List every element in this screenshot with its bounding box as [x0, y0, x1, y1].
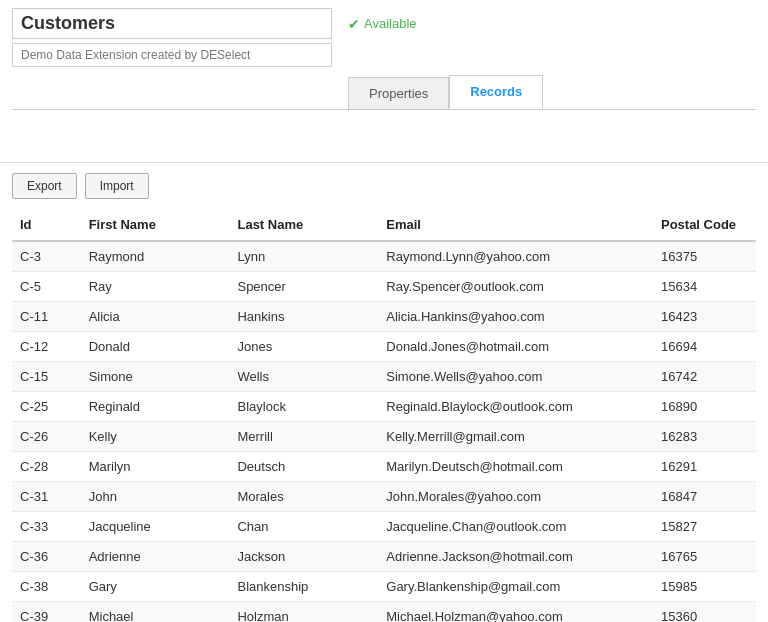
cell-postalCode: 15827: [653, 512, 756, 542]
cell-id: C-11: [12, 302, 81, 332]
cell-lastName: Morales: [229, 482, 378, 512]
cell-lastName: Hankins: [229, 302, 378, 332]
cell-email: Michael.Holzman@yahoo.com: [378, 602, 653, 623]
cell-id: C-28: [12, 452, 81, 482]
cell-id: C-12: [12, 332, 81, 362]
table-row: C-25ReginaldBlaylockReginald.Blaylock@ou…: [12, 392, 756, 422]
available-badge: ✔ Available: [348, 16, 417, 32]
available-label: Available: [364, 16, 417, 31]
cell-firstName: Gary: [81, 572, 230, 602]
tab-records[interactable]: Records: [449, 75, 543, 109]
check-icon: ✔: [348, 16, 360, 32]
cell-email: Kelly.Merrill@gmail.com: [378, 422, 653, 452]
cell-firstName: Donald: [81, 332, 230, 362]
cell-lastName: Lynn: [229, 241, 378, 272]
cell-lastName: Blankenship: [229, 572, 378, 602]
table-row: C-3RaymondLynnRaymond.Lynn@yahoo.com1637…: [12, 241, 756, 272]
export-button[interactable]: Export: [12, 173, 77, 199]
cell-lastName: Jackson: [229, 542, 378, 572]
col-header-lastname: Last Name: [229, 209, 378, 241]
cell-email: Gary.Blankenship@gmail.com: [378, 572, 653, 602]
cell-lastName: Deutsch: [229, 452, 378, 482]
cell-firstName: Alicia: [81, 302, 230, 332]
cell-email: Donald.Jones@hotmail.com: [378, 332, 653, 362]
tab-properties[interactable]: Properties: [348, 77, 449, 109]
cell-lastName: Spencer: [229, 272, 378, 302]
cell-firstName: Simone: [81, 362, 230, 392]
cell-firstName: John: [81, 482, 230, 512]
cell-id: C-5: [12, 272, 81, 302]
cell-postalCode: 15360: [653, 602, 756, 623]
col-header-id: Id: [12, 209, 81, 241]
table-row: C-36AdrienneJacksonAdrienne.Jackson@hotm…: [12, 542, 756, 572]
cell-firstName: Reginald: [81, 392, 230, 422]
cell-email: John.Morales@yahoo.com: [378, 482, 653, 512]
cell-postalCode: 16291: [653, 452, 756, 482]
cell-postalCode: 15634: [653, 272, 756, 302]
cell-lastName: Jones: [229, 332, 378, 362]
table-row: C-11AliciaHankinsAlicia.Hankins@yahoo.co…: [12, 302, 756, 332]
records-table: Id First Name Last Name Email Postal Cod…: [12, 209, 756, 622]
table-row: C-38GaryBlankenshipGary.Blankenship@gmai…: [12, 572, 756, 602]
toolbar: Export Import: [12, 173, 756, 199]
cell-lastName: Blaylock: [229, 392, 378, 422]
cell-lastName: Holzman: [229, 602, 378, 623]
import-button[interactable]: Import: [85, 173, 149, 199]
table-row: C-15SimoneWellsSimone.Wells@yahoo.com167…: [12, 362, 756, 392]
cell-email: Alicia.Hankins@yahoo.com: [378, 302, 653, 332]
cell-postalCode: 16423: [653, 302, 756, 332]
table-row: C-39MichaelHolzmanMichael.Holzman@yahoo.…: [12, 602, 756, 623]
cell-firstName: Marilyn: [81, 452, 230, 482]
cell-id: C-15: [12, 362, 81, 392]
cell-lastName: Chan: [229, 512, 378, 542]
cell-postalCode: 16847: [653, 482, 756, 512]
cell-firstName: Adrienne: [81, 542, 230, 572]
page-title: Customers: [12, 8, 332, 39]
subtitle: Demo Data Extension created by DESelect: [12, 43, 332, 67]
table-header-row: Id First Name Last Name Email Postal Cod…: [12, 209, 756, 241]
cell-id: C-26: [12, 422, 81, 452]
cell-email: Simone.Wells@yahoo.com: [378, 362, 653, 392]
table-row: C-33JacquelineChanJacqueline.Chan@outloo…: [12, 512, 756, 542]
cell-email: Marilyn.Deutsch@hotmail.com: [378, 452, 653, 482]
cell-postalCode: 16694: [653, 332, 756, 362]
cell-firstName: Jacqueline: [81, 512, 230, 542]
cell-postalCode: 15985: [653, 572, 756, 602]
cell-postalCode: 16742: [653, 362, 756, 392]
cell-firstName: Ray: [81, 272, 230, 302]
cell-firstName: Kelly: [81, 422, 230, 452]
cell-email: Jacqueline.Chan@outlook.com: [378, 512, 653, 542]
cell-postalCode: 16890: [653, 392, 756, 422]
cell-id: C-33: [12, 512, 81, 542]
cell-postalCode: 16375: [653, 241, 756, 272]
cell-email: Raymond.Lynn@yahoo.com: [378, 241, 653, 272]
table-row: C-12DonaldJonesDonald.Jones@hotmail.com1…: [12, 332, 756, 362]
cell-email: Adrienne.Jackson@hotmail.com: [378, 542, 653, 572]
table-row: C-5RaySpencerRay.Spencer@outlook.com1563…: [12, 272, 756, 302]
cell-id: C-36: [12, 542, 81, 572]
col-header-postal: Postal Code: [653, 209, 756, 241]
table-row: C-31JohnMoralesJohn.Morales@yahoo.com168…: [12, 482, 756, 512]
cell-email: Reginald.Blaylock@outlook.com: [378, 392, 653, 422]
cell-postalCode: 16283: [653, 422, 756, 452]
table-row: C-28MarilynDeutschMarilyn.Deutsch@hotmai…: [12, 452, 756, 482]
cell-postalCode: 16765: [653, 542, 756, 572]
cell-lastName: Wells: [229, 362, 378, 392]
col-header-firstname: First Name: [81, 209, 230, 241]
col-header-email: Email: [378, 209, 653, 241]
cell-email: Ray.Spencer@outlook.com: [378, 272, 653, 302]
cell-id: C-25: [12, 392, 81, 422]
cell-id: C-31: [12, 482, 81, 512]
cell-id: C-38: [12, 572, 81, 602]
table-row: C-26KellyMerrillKelly.Merrill@gmail.com1…: [12, 422, 756, 452]
cell-lastName: Merrill: [229, 422, 378, 452]
cell-id: C-39: [12, 602, 81, 623]
cell-firstName: Raymond: [81, 241, 230, 272]
cell-id: C-3: [12, 241, 81, 272]
cell-firstName: Michael: [81, 602, 230, 623]
